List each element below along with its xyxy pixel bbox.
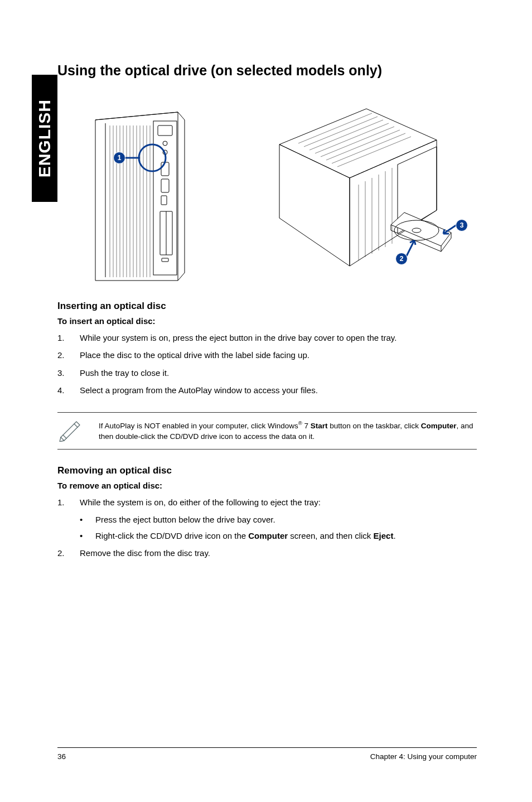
remove-step-2: 2. Remove the disc from the disc tray. bbox=[57, 547, 477, 559]
svg-point-15 bbox=[163, 141, 167, 146]
note-text: If AutoPlay is NOT enabled in your compu… bbox=[99, 418, 477, 442]
bullet-1: • Press the eject button below the drive… bbox=[80, 513, 477, 526]
inserting-steps: 1. While your system is on, press the ej… bbox=[57, 331, 477, 397]
autoplay-note: If AutoPlay is NOT enabled in your compu… bbox=[57, 412, 477, 450]
language-label: ENGLISH bbox=[35, 99, 54, 177]
step-num: 2. bbox=[57, 547, 80, 559]
step-text: Push the tray to close it. bbox=[80, 366, 477, 379]
callout-3: 3 bbox=[456, 219, 468, 231]
svg-line-30 bbox=[326, 130, 400, 160]
insert-step-3: 3. Push the tray to close it. bbox=[57, 366, 477, 379]
step-num: 3. bbox=[57, 366, 80, 379]
inserting-heading: Inserting an optical disc bbox=[57, 301, 477, 312]
svg-rect-13 bbox=[153, 121, 177, 275]
bullet-text: Right-click the CD/DVD drive icon on the… bbox=[95, 529, 396, 542]
removing-heading: Removing an optical disc bbox=[57, 465, 477, 476]
step-num: 1. bbox=[57, 496, 80, 509]
svg-rect-22 bbox=[162, 258, 168, 262]
page-title: Using the optical drive (on selected mod… bbox=[57, 62, 477, 79]
svg-rect-18 bbox=[161, 179, 169, 192]
removing-steps: 1. While the system is on, do either of … bbox=[57, 496, 477, 509]
step-text: While your system is on, press the eject… bbox=[80, 331, 477, 344]
remove-bullets: • Press the eject button below the drive… bbox=[80, 513, 477, 543]
page-footer: 36 Chapter 4: Using your computer bbox=[57, 747, 477, 761]
step-text: Select a program from the AutoPlay windo… bbox=[80, 384, 477, 397]
note-pencil-icon bbox=[57, 418, 83, 442]
removing-subhead: To remove an optical disc: bbox=[57, 481, 477, 490]
svg-line-32 bbox=[337, 137, 411, 167]
svg-line-29 bbox=[321, 127, 394, 157]
step-text: While the system is on, do either of the… bbox=[80, 496, 477, 509]
front-tower-svg bbox=[57, 101, 225, 285]
step-num: 4. bbox=[57, 384, 80, 397]
svg-line-28 bbox=[315, 123, 389, 153]
svg-line-26 bbox=[304, 117, 378, 147]
diagram-isometric: 2 3 bbox=[249, 101, 472, 285]
svg-line-31 bbox=[332, 133, 405, 163]
bullet-dot: • bbox=[80, 513, 95, 526]
svg-point-23 bbox=[139, 144, 166, 171]
svg-line-27 bbox=[309, 120, 383, 150]
insert-step-2: 2. Place the disc to the optical drive w… bbox=[57, 349, 477, 361]
svg-rect-17 bbox=[161, 162, 169, 176]
diagram-front: 1 bbox=[57, 101, 225, 285]
page-number: 36 bbox=[57, 752, 66, 761]
insert-step-1: 1. While your system is on, press the ej… bbox=[57, 331, 477, 344]
callout-2: 2 bbox=[395, 253, 408, 265]
page-content: Using the optical drive (on selected mod… bbox=[57, 62, 477, 564]
step-num: 1. bbox=[57, 331, 80, 344]
language-tab: ENGLISH bbox=[32, 75, 57, 202]
svg-line-25 bbox=[298, 113, 372, 143]
removing-steps-2: 2. Remove the disc from the disc tray. bbox=[57, 547, 477, 559]
step-text: Remove the disc from the disc tray. bbox=[80, 547, 477, 559]
step-num: 2. bbox=[57, 349, 80, 361]
chapter-label: Chapter 4: Using your computer bbox=[370, 752, 477, 761]
iso-tower-svg bbox=[249, 101, 472, 285]
bullet-text: Press the eject button below the drive b… bbox=[95, 513, 275, 526]
bullet-2: • Right-click the CD/DVD drive icon on t… bbox=[80, 529, 477, 542]
diagram-row: 1 bbox=[57, 101, 477, 285]
svg-rect-14 bbox=[158, 125, 172, 136]
insert-step-4: 4. Select a program from the AutoPlay wi… bbox=[57, 384, 477, 397]
remove-step-1: 1. While the system is on, do either of … bbox=[57, 496, 477, 509]
callout-1: 1 bbox=[113, 152, 125, 164]
svg-rect-19 bbox=[161, 196, 167, 205]
bullet-dot: • bbox=[80, 529, 95, 542]
step-text: Place the disc to the optical drive with… bbox=[80, 349, 477, 361]
inserting-subhead: To insert an optical disc: bbox=[57, 316, 477, 326]
